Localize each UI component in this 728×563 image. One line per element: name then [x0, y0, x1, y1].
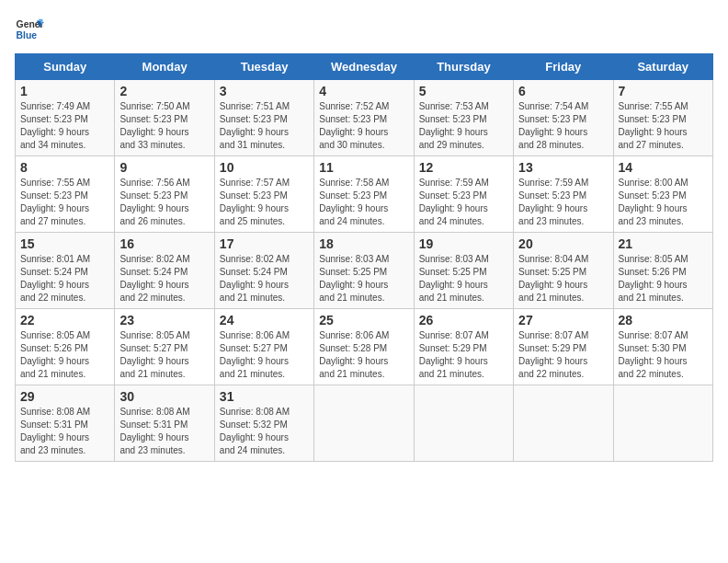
- day-header-tuesday: Tuesday: [214, 54, 313, 80]
- calendar-cell: 6Sunrise: 7:54 AM Sunset: 5:23 PM Daylig…: [514, 80, 613, 156]
- calendar-cell: 21Sunrise: 8:05 AM Sunset: 5:26 PM Dayli…: [613, 233, 712, 309]
- day-number: 13: [518, 160, 608, 175]
- day-number: 26: [419, 313, 508, 327]
- day-header-thursday: Thursday: [414, 54, 513, 80]
- calendar-cell: 13Sunrise: 7:59 AM Sunset: 5:23 PM Dayli…: [514, 156, 613, 233]
- day-info: Sunrise: 8:05 AM Sunset: 5:26 PM Dayligh…: [20, 329, 109, 381]
- day-number: 14: [619, 160, 708, 175]
- day-info: Sunrise: 7:59 AM Sunset: 5:23 PM Dayligh…: [419, 177, 508, 228]
- day-number: 4: [319, 84, 408, 98]
- calendar-cell: 11Sunrise: 7:58 AM Sunset: 5:23 PM Dayli…: [314, 156, 414, 233]
- day-number: 18: [319, 236, 408, 251]
- calendar-body: 1Sunrise: 7:49 AM Sunset: 5:23 PM Daylig…: [16, 80, 713, 462]
- day-info: Sunrise: 8:08 AM Sunset: 5:32 PM Dayligh…: [220, 406, 309, 457]
- day-number: 17: [220, 236, 309, 251]
- day-number: 1: [20, 84, 109, 98]
- day-number: 10: [220, 160, 309, 175]
- day-info: Sunrise: 7:51 AM Sunset: 5:23 PM Dayligh…: [220, 100, 309, 152]
- calendar-cell: 29Sunrise: 8:08 AM Sunset: 5:31 PM Dayli…: [16, 385, 115, 462]
- calendar-cell: 18Sunrise: 8:03 AM Sunset: 5:25 PM Dayli…: [314, 233, 414, 309]
- day-info: Sunrise: 8:00 AM Sunset: 5:23 PM Dayligh…: [619, 177, 708, 228]
- day-info: Sunrise: 8:07 AM Sunset: 5:29 PM Dayligh…: [518, 329, 608, 381]
- day-number: 12: [419, 160, 508, 175]
- day-number: 23: [119, 313, 209, 327]
- day-info: Sunrise: 8:03 AM Sunset: 5:25 PM Dayligh…: [419, 253, 508, 304]
- calendar-header-row: SundayMondayTuesdayWednesdayThursdayFrid…: [16, 54, 713, 80]
- day-number: 7: [619, 84, 708, 98]
- calendar-cell: 9Sunrise: 7:56 AM Sunset: 5:23 PM Daylig…: [115, 156, 214, 233]
- day-header-monday: Monday: [115, 54, 214, 80]
- calendar-cell: 30Sunrise: 8:08 AM Sunset: 5:31 PM Dayli…: [115, 385, 214, 462]
- day-header-wednesday: Wednesday: [314, 54, 414, 80]
- calendar-cell: 3Sunrise: 7:51 AM Sunset: 5:23 PM Daylig…: [214, 80, 313, 156]
- day-info: Sunrise: 7:56 AM Sunset: 5:23 PM Dayligh…: [119, 177, 209, 228]
- day-info: Sunrise: 7:58 AM Sunset: 5:23 PM Dayligh…: [319, 177, 408, 228]
- day-info: Sunrise: 8:07 AM Sunset: 5:29 PM Dayligh…: [419, 329, 508, 381]
- day-number: 5: [419, 84, 508, 98]
- day-number: 25: [319, 313, 408, 327]
- day-info: Sunrise: 8:05 AM Sunset: 5:27 PM Dayligh…: [119, 329, 209, 381]
- day-info: Sunrise: 8:03 AM Sunset: 5:25 PM Dayligh…: [319, 253, 408, 304]
- day-header-sunday: Sunday: [16, 54, 115, 80]
- day-number: 22: [20, 313, 109, 327]
- calendar-cell: 5Sunrise: 7:53 AM Sunset: 5:23 PM Daylig…: [414, 80, 513, 156]
- calendar-cell: 12Sunrise: 7:59 AM Sunset: 5:23 PM Dayli…: [414, 156, 513, 233]
- logo: General Blue: [15, 15, 44, 44]
- day-number: 31: [220, 389, 309, 404]
- calendar-week-2: 8Sunrise: 7:55 AM Sunset: 5:23 PM Daylig…: [16, 156, 713, 233]
- day-info: Sunrise: 7:59 AM Sunset: 5:23 PM Dayligh…: [518, 177, 608, 228]
- day-info: Sunrise: 8:02 AM Sunset: 5:24 PM Dayligh…: [119, 253, 209, 304]
- calendar-cell: 4Sunrise: 7:52 AM Sunset: 5:23 PM Daylig…: [314, 80, 414, 156]
- day-number: 21: [619, 236, 708, 251]
- day-number: 19: [419, 236, 508, 251]
- calendar-cell: 1Sunrise: 7:49 AM Sunset: 5:23 PM Daylig…: [16, 80, 115, 156]
- day-info: Sunrise: 7:50 AM Sunset: 5:23 PM Dayligh…: [119, 100, 209, 152]
- day-info: Sunrise: 8:01 AM Sunset: 5:24 PM Dayligh…: [20, 253, 109, 304]
- day-info: Sunrise: 7:55 AM Sunset: 5:23 PM Dayligh…: [619, 100, 708, 152]
- calendar-week-5: 29Sunrise: 8:08 AM Sunset: 5:31 PM Dayli…: [16, 385, 713, 462]
- day-number: 8: [20, 160, 109, 175]
- calendar-cell: 14Sunrise: 8:00 AM Sunset: 5:23 PM Dayli…: [613, 156, 712, 233]
- day-info: Sunrise: 8:08 AM Sunset: 5:31 PM Dayligh…: [20, 406, 109, 457]
- calendar-cell: 8Sunrise: 7:55 AM Sunset: 5:23 PM Daylig…: [16, 156, 115, 233]
- calendar-cell: 28Sunrise: 8:07 AM Sunset: 5:30 PM Dayli…: [613, 309, 712, 385]
- day-info: Sunrise: 7:54 AM Sunset: 5:23 PM Dayligh…: [518, 100, 608, 152]
- day-info: Sunrise: 8:05 AM Sunset: 5:26 PM Dayligh…: [619, 253, 708, 304]
- calendar-week-3: 15Sunrise: 8:01 AM Sunset: 5:24 PM Dayli…: [16, 233, 713, 309]
- day-info: Sunrise: 7:53 AM Sunset: 5:23 PM Dayligh…: [419, 100, 508, 152]
- day-header-saturday: Saturday: [613, 54, 712, 80]
- day-number: 6: [518, 84, 608, 98]
- day-number: 27: [518, 313, 608, 327]
- calendar-cell: 16Sunrise: 8:02 AM Sunset: 5:24 PM Dayli…: [115, 233, 214, 309]
- calendar-cell: 15Sunrise: 8:01 AM Sunset: 5:24 PM Dayli…: [16, 233, 115, 309]
- calendar-week-1: 1Sunrise: 7:49 AM Sunset: 5:23 PM Daylig…: [16, 80, 713, 156]
- day-info: Sunrise: 8:06 AM Sunset: 5:27 PM Dayligh…: [220, 329, 309, 381]
- calendar-week-4: 22Sunrise: 8:05 AM Sunset: 5:26 PM Dayli…: [16, 309, 713, 385]
- calendar-cell: [514, 385, 613, 462]
- day-number: 9: [119, 160, 209, 175]
- day-info: Sunrise: 7:55 AM Sunset: 5:23 PM Dayligh…: [20, 177, 109, 228]
- calendar-cell: [314, 385, 414, 462]
- calendar-cell: [414, 385, 513, 462]
- day-info: Sunrise: 8:02 AM Sunset: 5:24 PM Dayligh…: [220, 253, 309, 304]
- calendar-cell: 17Sunrise: 8:02 AM Sunset: 5:24 PM Dayli…: [214, 233, 313, 309]
- day-number: 15: [20, 236, 109, 251]
- day-header-friday: Friday: [514, 54, 613, 80]
- day-number: 20: [518, 236, 608, 251]
- calendar-cell: 27Sunrise: 8:07 AM Sunset: 5:29 PM Dayli…: [514, 309, 613, 385]
- day-number: 2: [119, 84, 209, 98]
- calendar-cell: 7Sunrise: 7:55 AM Sunset: 5:23 PM Daylig…: [613, 80, 712, 156]
- calendar-cell: 23Sunrise: 8:05 AM Sunset: 5:27 PM Dayli…: [115, 309, 214, 385]
- day-info: Sunrise: 8:04 AM Sunset: 5:25 PM Dayligh…: [518, 253, 608, 304]
- calendar-cell: 19Sunrise: 8:03 AM Sunset: 5:25 PM Dayli…: [414, 233, 513, 309]
- day-number: 30: [119, 389, 209, 404]
- day-number: 28: [619, 313, 708, 327]
- day-info: Sunrise: 7:49 AM Sunset: 5:23 PM Dayligh…: [20, 100, 109, 152]
- day-info: Sunrise: 8:06 AM Sunset: 5:28 PM Dayligh…: [319, 329, 408, 381]
- header: General Blue: [15, 15, 713, 44]
- calendar-cell: 2Sunrise: 7:50 AM Sunset: 5:23 PM Daylig…: [115, 80, 214, 156]
- svg-text:Blue: Blue: [17, 30, 38, 40]
- day-info: Sunrise: 8:07 AM Sunset: 5:30 PM Dayligh…: [619, 329, 708, 381]
- calendar-table: SundayMondayTuesdayWednesdayThursdayFrid…: [15, 53, 713, 462]
- calendar-cell: 31Sunrise: 8:08 AM Sunset: 5:32 PM Dayli…: [214, 385, 313, 462]
